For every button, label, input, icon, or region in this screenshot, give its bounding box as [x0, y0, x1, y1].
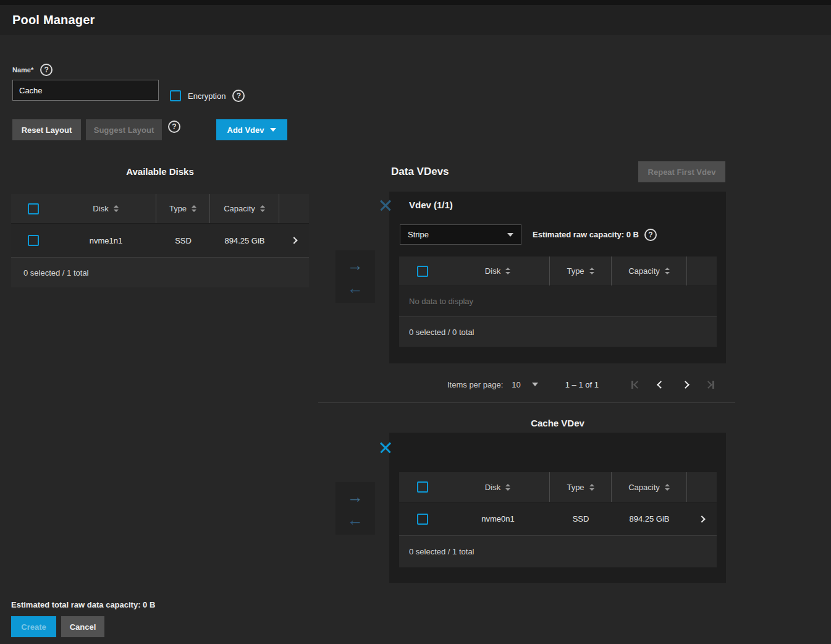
- pagination-controls: [623, 377, 722, 392]
- page-title: Pool Manager: [12, 13, 95, 27]
- select-all-checkbox[interactable]: [417, 266, 428, 277]
- capacity-cell: 894.25 GiB: [210, 224, 279, 257]
- next-page-icon[interactable]: [673, 377, 698, 392]
- capacity-column-label: Capacity: [628, 266, 660, 276]
- first-page-icon[interactable]: [623, 377, 648, 392]
- raw-capacity-row: Estimated raw capacity: 0 B ?: [533, 224, 657, 245]
- capacity-column-header[interactable]: Capacity: [210, 194, 279, 223]
- title-bar: Pool Manager: [0, 5, 831, 35]
- vdev-panel: Vdev (1/1) Stripe Estimated raw capacity…: [389, 192, 726, 363]
- sort-icon: [589, 484, 594, 491]
- cache-disks-table: Disk Type Capacity nvme0n1 SSD 894.25 Gi…: [399, 472, 717, 567]
- cache-vdev-title: Cache VDev: [389, 418, 726, 428]
- previous-page-icon[interactable]: [648, 377, 673, 392]
- type-cell: SSD: [550, 502, 612, 535]
- table-header-row: Disk Type Capacity: [399, 256, 717, 286]
- encryption-row: Encryption ?: [170, 89, 245, 103]
- top-strip: [0, 0, 831, 5]
- type-column-header[interactable]: Type: [550, 256, 612, 286]
- reset-layout-button[interactable]: Reset Layout: [12, 119, 81, 140]
- add-vdev-label: Add Vdev: [227, 125, 264, 135]
- type-column-label: Type: [567, 266, 584, 276]
- sort-icon: [192, 205, 196, 212]
- raw-capacity-text: Estimated raw capacity: 0 B: [533, 230, 639, 239]
- name-help-icon[interactable]: ?: [40, 64, 53, 76]
- table-footer: 0 selected / 1 total: [11, 257, 309, 287]
- cancel-button[interactable]: Cancel: [61, 616, 104, 637]
- name-label-row: Name* ?: [12, 64, 53, 76]
- sort-icon: [589, 268, 594, 274]
- vdev-layout-value: Stripe: [408, 230, 429, 239]
- vdev-disks-table: Disk Type Capacity No data to display 0 …: [399, 256, 717, 347]
- encryption-help-icon[interactable]: ?: [232, 90, 245, 102]
- items-per-page-label: Items per page:: [447, 380, 503, 389]
- row-checkbox[interactable]: [28, 235, 39, 246]
- capacity-cell: 894.25 GiB: [612, 502, 687, 535]
- cache-vdev-transfer-controls: → ←: [335, 482, 375, 535]
- vdev-layout-select[interactable]: Stripe: [400, 224, 521, 245]
- header-checkbox-cell: [399, 472, 446, 502]
- table-header-row: Disk Type Capacity: [11, 194, 309, 223]
- capacity-column-header[interactable]: Capacity: [612, 472, 687, 502]
- chevron-right-icon[interactable]: [698, 515, 705, 522]
- items-per-page-dropdown-icon[interactable]: [532, 383, 538, 386]
- select-all-checkbox[interactable]: [28, 203, 39, 214]
- type-column-header[interactable]: Type: [156, 194, 210, 223]
- raw-capacity-help-icon[interactable]: ?: [644, 229, 657, 241]
- disk-column-label: Disk: [485, 266, 500, 276]
- suggest-layout-button[interactable]: Suggest Layout: [86, 119, 162, 140]
- sort-icon: [665, 484, 670, 491]
- create-button[interactable]: Create: [11, 616, 56, 637]
- disk-column-label: Disk: [485, 483, 500, 492]
- disk-column-header[interactable]: Disk: [446, 256, 550, 286]
- capacity-column-label: Capacity: [224, 204, 255, 213]
- repeat-first-vdev-button[interactable]: Repeat First Vdev: [638, 161, 725, 182]
- header-actions-cell: [279, 194, 309, 223]
- disk-column-header[interactable]: Disk: [56, 194, 156, 223]
- encryption-label: Encryption: [188, 91, 226, 101]
- total-capacity-text: Estimated total raw data capacity: 0 B: [11, 600, 155, 609]
- type-column-label: Type: [567, 483, 584, 492]
- pool-name-input[interactable]: [12, 80, 159, 101]
- available-disks-title: Available Disks: [11, 166, 309, 177]
- sort-icon: [114, 205, 119, 212]
- vdev-pagination: Items per page: 10 1 – 1 of 1: [389, 371, 726, 398]
- chevron-right-icon[interactable]: [290, 237, 297, 244]
- section-divider: [318, 402, 735, 403]
- move-right-arrow-icon[interactable]: →: [347, 489, 363, 505]
- sort-icon: [260, 205, 265, 212]
- pool-manager-page: Pool Manager Name* ? Encryption ? Reset …: [0, 0, 831, 644]
- table-row: nvme1n1 SSD 894.25 GiB: [11, 223, 309, 257]
- empty-table-message: No data to display: [399, 286, 717, 316]
- sort-icon: [505, 484, 510, 491]
- cache-vdev-panel: Disk Type Capacity nvme0n1 SSD 894.25 Gi…: [389, 433, 726, 583]
- last-page-icon[interactable]: [698, 377, 722, 392]
- type-column-header[interactable]: Type: [550, 472, 612, 502]
- header-actions-cell: [687, 472, 717, 502]
- table-header-row: Disk Type Capacity: [399, 472, 717, 502]
- header-checkbox-cell: [11, 194, 56, 223]
- data-vdev-transfer-controls: → ←: [335, 250, 375, 303]
- header-actions-cell: [687, 256, 717, 286]
- disk-column-label: Disk: [93, 204, 108, 213]
- vdev-title: Vdev (1/1): [409, 200, 453, 210]
- items-per-page-value[interactable]: 10: [512, 380, 520, 389]
- type-cell: SSD: [156, 224, 210, 257]
- capacity-column-label: Capacity: [628, 483, 660, 492]
- add-vdev-button[interactable]: Add Vdev: [216, 119, 287, 140]
- available-disks-table: Disk Type Capacity nvme1n1 SSD 894.25 Gi…: [11, 194, 309, 287]
- move-left-arrow-icon[interactable]: ←: [347, 512, 363, 528]
- row-checkbox[interactable]: [417, 514, 428, 525]
- layout-help-icon[interactable]: ?: [168, 121, 180, 133]
- move-right-arrow-icon[interactable]: →: [347, 257, 363, 273]
- encryption-checkbox[interactable]: [170, 90, 181, 101]
- type-column-label: Type: [169, 204, 187, 213]
- sort-icon: [505, 268, 510, 274]
- move-left-arrow-icon[interactable]: ←: [347, 280, 363, 296]
- capacity-column-header[interactable]: Capacity: [612, 256, 687, 286]
- data-vdevs-title: Data VDevs: [391, 166, 449, 178]
- select-all-checkbox[interactable]: [417, 481, 428, 493]
- pagination-range: 1 – 1 of 1: [565, 380, 599, 389]
- disk-column-header[interactable]: Disk: [446, 472, 550, 502]
- table-footer: 0 selected / 0 total: [399, 316, 717, 347]
